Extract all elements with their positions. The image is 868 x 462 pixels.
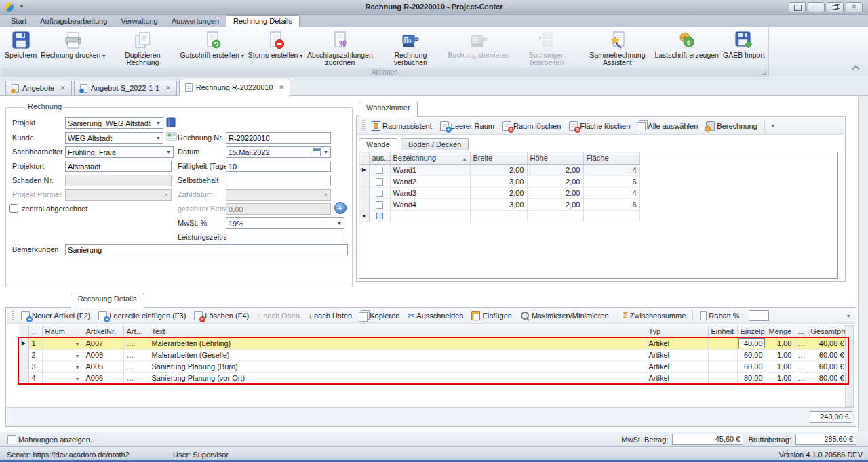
raumassistent-button[interactable]: Raumassistent: [368, 120, 435, 132]
ellipsis-button[interactable]: …: [123, 360, 149, 372]
subtab-boeden-decken[interactable]: Böden / Decken: [401, 138, 469, 150]
storno-erstellen-button[interactable]: Storno erstellen ▾: [246, 28, 304, 67]
speichern-button[interactable]: Speichern: [3, 28, 39, 67]
wall-row[interactable]: Wand4 3,00 2,00 6: [359, 198, 639, 210]
mwst-combo[interactable]: 19%▼: [226, 217, 344, 229]
rabatt-input[interactable]: [749, 310, 769, 321]
col-einheit[interactable]: Einheit: [708, 325, 737, 337]
toolbar-grip[interactable]: [362, 120, 365, 131]
col-text[interactable]: Text: [149, 325, 646, 337]
lastschrift-erzeugen-button[interactable]: €$ Lastschrift erzeugen: [652, 28, 721, 67]
sammelrechnung-assistent-button[interactable]: Sammelrechnung Assistent: [582, 28, 652, 67]
add-payment-button[interactable]: +: [334, 202, 347, 214]
leerzeile-einfuegen-button[interactable]: Leerzeile einfügen (F3): [95, 310, 189, 322]
col-art[interactable]: Art...: [123, 325, 149, 337]
kopieren-button[interactable]: Kopieren: [357, 309, 403, 323]
toolbar-overflow-icon[interactable]: ▾: [847, 313, 852, 319]
col-hoehe[interactable]: Höhe: [527, 152, 583, 164]
minimize-button[interactable]: —: [808, 2, 825, 12]
fit-window-button[interactable]: [789, 2, 806, 12]
article-row[interactable]: ▶ 1 ▼ A007 … Malerarbeiten (Lehrling) Ar…: [19, 337, 847, 349]
abschlagszahlungen-zuordnen-button[interactable]: % Abschlagszahlungen zuordnen: [304, 28, 375, 67]
col-aus[interactable]: aus...: [369, 152, 390, 164]
rechnung-verbuchen-button[interactable]: Rechnung verbuchen: [375, 28, 446, 67]
maximieren-minimieren-button[interactable]: Maximieren/Minimieren: [517, 310, 612, 322]
gutschrift-erstellen-button[interactable]: Gutschrift erstellen ▾: [178, 28, 245, 67]
selbstbehalt-field[interactable]: [226, 175, 331, 186]
duplizieren-rechnung-button[interactable]: Duplizieren Rechnung: [107, 28, 178, 67]
close-button[interactable]: ✕: [846, 2, 863, 12]
rechnung-drucken-button[interactable]: Rechnung drucken ▾: [39, 28, 107, 67]
sachbearbeiter-combo[interactable]: Frühling, Fraja▼: [65, 146, 174, 158]
price-editor-cell[interactable]: 40,00: [738, 338, 765, 348]
col-menge[interactable]: Menge: [766, 325, 795, 337]
bemerkungen-field[interactable]: [65, 244, 348, 255]
ausschneiden-button[interactable]: ✂Ausschneiden: [404, 310, 467, 322]
zwischensumme-button[interactable]: ΣZwischensumme: [620, 310, 690, 322]
col-typ[interactable]: Typ: [646, 325, 708, 337]
col-raum[interactable]: Raum: [42, 325, 83, 337]
projektort-field[interactable]: [65, 161, 172, 172]
col-bezeichnung[interactable]: Bezeichnung▲: [390, 152, 470, 164]
col-breite[interactable]: Breite: [470, 152, 527, 164]
einfuegen-button[interactable]: Einfügen: [468, 310, 515, 322]
ribbon-tab-verwaltung[interactable]: Verwaltung: [114, 16, 164, 27]
toolbar-grip[interactable]: [12, 311, 14, 320]
ellipsis-button[interactable]: …: [123, 372, 149, 383]
loeschen-button[interactable]: Löschen (F4): [191, 310, 252, 322]
leistungszeitraum-field[interactable]: [226, 232, 344, 243]
toolbar-overflow-icon[interactable]: ▾: [768, 121, 778, 130]
close-tab-icon[interactable]: ✕: [165, 85, 171, 91]
new-row[interactable]: ●: [359, 210, 639, 222]
alle-auswaehlen-button[interactable]: Alle auswählen: [635, 119, 701, 133]
article-row[interactable]: 2 ▼ A008 … Malerarbeiten (Geselle) Artik…: [19, 349, 847, 360]
datum-field[interactable]: 15.Mai.2022▼: [226, 146, 331, 158]
ribbon-tab-auftragsbearbeitung[interactable]: Auftragsbearbeitung: [33, 16, 114, 27]
rechnung-nr-field[interactable]: [226, 132, 331, 144]
nach-unten-button[interactable]: ↓nach Unten: [304, 310, 355, 322]
wall-row[interactable]: ▶ Wand1 2,00 2,00 4: [359, 164, 639, 175]
doc-tab-angebot-s-2022-1-1[interactable]: Angebot S_2022-1-1 ✕: [74, 81, 177, 95]
zentral-abgerechnet-checkbox[interactable]: [9, 204, 18, 213]
doc-tab-angebote[interactable]: Angebote ✕: [5, 81, 72, 95]
leerer-raum-button[interactable]: Leerer Raum: [437, 120, 498, 132]
project-book-icon[interactable]: [166, 117, 176, 129]
ribbon-tab-rechnung-details[interactable]: Rechnung Details: [226, 15, 300, 27]
col-dots2[interactable]: ...: [795, 325, 808, 337]
ellipsis-button[interactable]: …: [795, 360, 808, 372]
col-flaeche[interactable]: Fläche: [583, 152, 639, 164]
article-row[interactable]: 4 ▼ A006 … Sanierung Planung (vor Ort) A…: [19, 372, 847, 383]
close-tab-icon[interactable]: ✕: [60, 85, 66, 91]
ellipsis-button[interactable]: …: [795, 372, 808, 383]
col-einzelpreis[interactable]: Einzelp...: [737, 325, 766, 337]
collapse-ribbon-icon[interactable]: [852, 65, 859, 72]
ellipsis-button[interactable]: …: [123, 349, 149, 360]
details-tab[interactable]: Rechnung Details: [71, 293, 144, 308]
gaeb-import-button[interactable]: GAEB Import: [721, 28, 767, 67]
ribbon-tab-start[interactable]: Start: [4, 16, 33, 27]
doc-tab-rechnung-r-20220010[interactable]: Rechnung R-20220010 ✕: [179, 79, 290, 96]
subtab-waende[interactable]: Wände: [359, 138, 397, 150]
customer-card-icon[interactable]: [166, 131, 177, 143]
row-checkbox[interactable]: [376, 201, 383, 209]
berechnung-button[interactable]: Berechnung: [703, 120, 760, 132]
vertical-scrollbar[interactable]: [845, 325, 854, 407]
row-checkbox[interactable]: [376, 167, 383, 174]
col-dots[interactable]: ...: [28, 325, 42, 337]
ribbon-tab-auswertungen[interactable]: Auswertungen: [165, 16, 226, 27]
col-gesamtpreis[interactable]: Gesamtpreis: [808, 325, 847, 337]
ellipsis-button[interactable]: …: [795, 337, 808, 349]
ellipsis-button[interactable]: …: [795, 349, 808, 360]
article-row[interactable]: 3 ▼ A005 … Sanierung Planung (Büro) Arti…: [19, 360, 847, 372]
projekt-combo[interactable]: Sanierung_WEG Altstadt▼: [65, 117, 163, 129]
restore-button[interactable]: [827, 2, 844, 12]
wall-row[interactable]: Wand2 3,00 2,00 6: [359, 175, 639, 187]
calendar-icon[interactable]: [313, 148, 321, 156]
raum-loeschen-button[interactable]: Raum löschen: [499, 120, 564, 132]
col-artikelnr[interactable]: ArtikelNr.: [83, 325, 123, 337]
dialog-launcher-icon[interactable]: [762, 71, 766, 75]
wall-row[interactable]: Wand3 2,00 2,00 4: [359, 187, 639, 198]
neuer-artikel-button[interactable]: Neuer Artikel (F2): [18, 310, 94, 322]
mahnungen-anzeigen-button[interactable]: Mahnungen anzeigen..: [4, 434, 98, 446]
kunde-combo[interactable]: WEG Altstadt▼: [65, 132, 163, 144]
